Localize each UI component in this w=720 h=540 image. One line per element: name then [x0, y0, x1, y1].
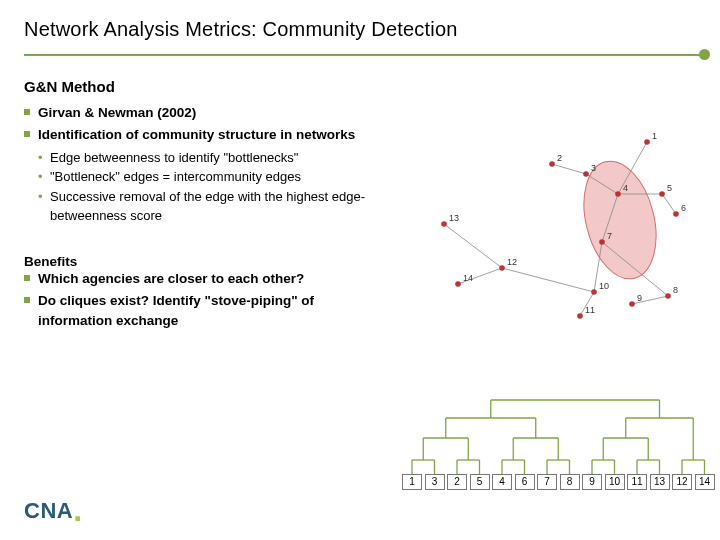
graph-node-label: 8 [673, 285, 678, 295]
dendrogram-leaf-label: 13 [650, 474, 670, 490]
benefits-bullet-list: Which agencies are closer to each other?… [24, 269, 376, 332]
graph-node [455, 281, 461, 287]
graph-node-label: 10 [599, 281, 609, 291]
graph-node [577, 313, 583, 319]
graph-node-label: 14 [463, 273, 473, 283]
bullet-item: Girvan & Newman (2002) [38, 103, 376, 123]
graph-node [591, 289, 597, 295]
graph-node [441, 221, 447, 227]
graph-node [615, 191, 621, 197]
page-title: Network Analysis Metrics: Community Dete… [0, 0, 720, 49]
graph-node-label: 12 [507, 257, 517, 267]
sub-bullet-item: Edge betweenness to identify "bottleneck… [50, 148, 376, 168]
graph-node [644, 139, 650, 145]
dendrogram-leaf-label: 5 [470, 474, 490, 490]
dendrogram-leaf-label: 11 [627, 474, 647, 490]
dendrogram-leaf-label: 1 [402, 474, 422, 490]
graph-node [673, 211, 679, 217]
dendrogram-labels: 1325467891011131214 [402, 474, 717, 490]
dendrogram-leaf-label: 7 [537, 474, 557, 490]
graph-node-label: 7 [607, 231, 612, 241]
graph-node [583, 171, 589, 177]
graph-node-label: 13 [449, 213, 459, 223]
graph-node [665, 293, 671, 299]
divider-dot-icon [699, 49, 710, 60]
graph-edge [444, 224, 502, 268]
dendrogram-tree [402, 390, 718, 474]
bullet-item: Identification of community structure in… [38, 125, 376, 145]
logo-text: CNA [24, 498, 73, 523]
cna-logo: CNA. [24, 498, 83, 524]
graph-node-label: 11 [585, 305, 595, 315]
graph-node [499, 265, 505, 271]
graph-node [659, 191, 665, 197]
graph-edge [552, 164, 586, 174]
main-content: Girvan & Newman (2002) Identification of… [0, 103, 400, 331]
bullet-item: Which agencies are closer to each other? [38, 269, 376, 289]
network-graph-figure: 1234567891011121314 [422, 130, 692, 330]
dendrogram-leaf-label: 10 [605, 474, 625, 490]
graph-node-label: 4 [623, 183, 628, 193]
logo-dot-icon: . [73, 492, 82, 528]
section-heading: G&N Method [0, 78, 720, 103]
graph-node-label: 2 [557, 153, 562, 163]
sub-bullet-list: Edge betweenness to identify "bottleneck… [24, 148, 376, 226]
bullet-item: Do cliques exist? Identify "stove-piping… [38, 291, 376, 332]
graph-node [599, 239, 605, 245]
title-divider [0, 49, 720, 60]
dendrogram-leaf-label: 12 [672, 474, 692, 490]
graph-node-label: 3 [591, 163, 596, 173]
graph-node-label: 9 [637, 293, 642, 303]
benefits-heading: Benefits [24, 254, 376, 269]
graph-node-label: 1 [652, 131, 657, 141]
dendrogram-leaf-label: 8 [560, 474, 580, 490]
dendrogram-leaf-label: 14 [695, 474, 715, 490]
dendrogram-leaf-label: 4 [492, 474, 512, 490]
graph-edge [662, 194, 676, 214]
graph-edge [502, 268, 594, 292]
graph-node [629, 301, 635, 307]
divider-line [24, 54, 701, 56]
graph-node-label: 6 [681, 203, 686, 213]
dendrogram-leaf-label: 3 [425, 474, 445, 490]
graph-node [549, 161, 555, 167]
sub-bullet-item: "Bottleneck" edges = intercommunity edge… [50, 167, 376, 187]
sub-bullet-item: Successive removal of the edge with the … [50, 187, 376, 226]
dendrogram-leaf-label: 6 [515, 474, 535, 490]
graph-node-label: 5 [667, 183, 672, 193]
main-bullet-list: Girvan & Newman (2002) Identification of… [24, 103, 376, 146]
dendrogram-leaf-label: 2 [447, 474, 467, 490]
dendrogram-figure: 1325467891011131214 [402, 390, 718, 490]
dendrogram-leaf-label: 9 [582, 474, 602, 490]
